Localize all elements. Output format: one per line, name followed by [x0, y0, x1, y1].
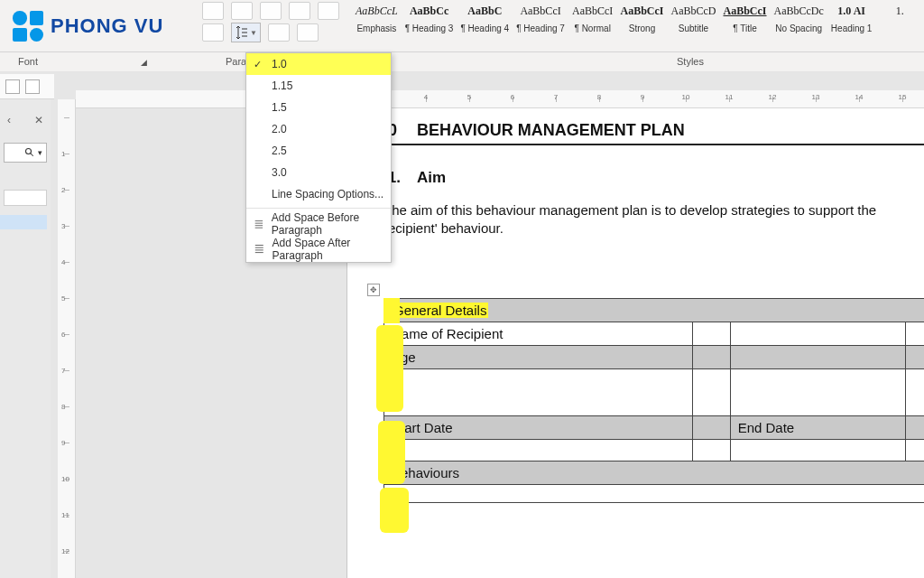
style-gallery-item[interactable]: 1. [875, 0, 924, 51]
line-spacing-option[interactable]: 2.0 [246, 118, 391, 140]
chevron-down-icon[interactable]: ▾ [38, 148, 42, 157]
font-group-label: Font [18, 56, 38, 67]
styles-group-label: Styles [677, 56, 704, 67]
sort-button[interactable] [289, 2, 310, 20]
table-cell[interactable] [905, 345, 924, 368]
table-container: ✥ General Details Name of Recipient Age … [383, 298, 924, 503]
line-spacing-option[interactable]: 1.15 [246, 75, 391, 97]
style-sample: AaBbCcI [620, 2, 663, 20]
details-table: General Details Name of Recipient Age St… [383, 298, 924, 503]
style-gallery-item[interactable]: AaBbCcIStrong [616, 0, 667, 51]
nav-back-icon[interactable]: ‹ [7, 114, 11, 126]
style-name: ¶ Title [724, 20, 767, 36]
ribbon-labels: Font ◢ Para Styles [0, 52, 924, 72]
heading-rule [383, 144, 924, 145]
add-space-after-label: Add Space After Paragraph [273, 237, 391, 262]
bullets-button[interactable] [202, 2, 224, 20]
line-spacing-menu: 1.01.151.52.02.53.0 Line Spacing Options… [245, 52, 392, 263]
styles-gallery[interactable]: AaBbCcLEmphasisAaBbCc¶ Heading 3AaBbC¶ H… [352, 0, 924, 51]
style-sample: AaBbCcL [356, 2, 398, 20]
align-button[interactable] [202, 23, 224, 42]
line-spacing-option[interactable]: 1.5 [246, 97, 391, 118]
style-sample: AaBbCc [405, 2, 454, 20]
table-cell[interactable] [730, 345, 905, 368]
decrease-indent-button[interactable] [231, 2, 253, 20]
line-spacing-option[interactable]: 1.0 [246, 53, 391, 75]
font-dialog-launcher-icon[interactable]: ◢ [141, 58, 147, 67]
highlight [380, 488, 409, 533]
space-after-icon [254, 243, 265, 256]
style-gallery-item[interactable]: AaBbCcI¶ Heading 7 [513, 0, 568, 51]
paragraph-group-label: Para [226, 56, 246, 67]
style-gallery-item[interactable]: AaBbCc¶ Heading 3 [402, 0, 457, 51]
shading-button[interactable] [268, 23, 290, 42]
style-gallery-item[interactable]: 1.0 AIHeading 1 [827, 0, 876, 51]
style-name: Heading 1 [831, 20, 873, 36]
logo-icon [13, 11, 43, 42]
nav-selected-heading[interactable] [0, 215, 47, 229]
table-cell[interactable] [730, 322, 905, 345]
ribbon: PHONG VU ▼ AaBbCcLEmphasisAaBbCc¶ Headin… [0, 0, 924, 52]
increase-indent-button[interactable] [260, 2, 282, 20]
style-name [879, 20, 920, 36]
new-doc-icon[interactable] [5, 79, 20, 94]
table-cell[interactable]: End Date [730, 415, 905, 439]
add-space-before-item[interactable]: Add Space Before Paragraph [246, 211, 391, 237]
line-spacing-options-item[interactable]: Line Spacing Options... [246, 183, 391, 205]
table-cell[interactable] [384, 368, 693, 415]
nav-tab[interactable] [4, 190, 47, 206]
line-spacing-option[interactable]: 3.0 [246, 162, 391, 183]
style-gallery-item[interactable]: AaBbCcLEmphasis [352, 0, 402, 51]
table-cell[interactable]: Name of Recipient [384, 322, 693, 345]
line-spacing-button[interactable]: ▼ [231, 23, 261, 42]
table-cell[interactable] [693, 415, 730, 439]
highlight [383, 298, 400, 323]
style-gallery-item[interactable]: AaBbCcI¶ Normal [568, 0, 617, 51]
table-cell[interactable] [905, 322, 924, 345]
style-name: Strong [620, 20, 663, 36]
table-cell[interactable]: Start Date [384, 415, 693, 439]
logo-text: PHONG VU [51, 14, 163, 38]
style-sample: 1. [879, 2, 920, 20]
logo: PHONG VU [0, 0, 199, 52]
style-gallery-item[interactable]: AaBbC¶ Heading 4 [457, 0, 513, 51]
vertical-ruler: 12345678910111213 [58, 99, 76, 578]
style-gallery-item[interactable]: AaBbCcDSubtitle [668, 0, 720, 51]
table-cell[interactable] [693, 368, 730, 415]
show-marks-button[interactable] [318, 2, 339, 20]
table-cell[interactable] [905, 415, 924, 439]
style-sample: 1.0 AI [831, 2, 873, 20]
table-cell[interactable] [384, 484, 925, 502]
style-gallery-item[interactable]: AaBbCcI¶ Title [720, 0, 771, 51]
style-name: ¶ Normal [572, 20, 614, 36]
heading-2: .1. Aim [383, 169, 924, 187]
add-space-after-item[interactable]: Add Space After Paragraph [246, 237, 391, 262]
table-cell[interactable] [730, 368, 905, 415]
document-page: .0 BEHAVIOUR MANAGEMENT PLAN .1. Aim The… [346, 108, 924, 578]
style-name: Subtitle [671, 20, 716, 36]
table-cell[interactable] [693, 439, 730, 461]
table-header: General Details [384, 298, 925, 322]
style-gallery-item[interactable]: AaBbCcDcNo Spacing [771, 0, 827, 51]
table-cell[interactable] [693, 322, 730, 345]
navigation-pane: ‹ ✕ ▾ [0, 99, 51, 578]
heading-1-text: BEHAVIOUR MANAGEMENT PLAN [417, 121, 685, 140]
add-space-before-label: Add Space Before Paragraph [272, 211, 391, 237]
line-spacing-option[interactable]: 2.5 [246, 140, 391, 162]
table-cell[interactable] [905, 439, 924, 461]
chevron-down-icon: ▼ [250, 29, 257, 37]
style-sample: AaBbCcI [572, 2, 614, 20]
table-cell[interactable] [730, 439, 905, 461]
table-cell[interactable]: Behaviours [384, 461, 925, 484]
table-cell[interactable]: Age [384, 345, 693, 368]
style-sample: AaBbCcDc [774, 2, 824, 20]
table-cell[interactable] [693, 345, 730, 368]
close-icon[interactable]: ✕ [34, 114, 43, 126]
table-cell[interactable] [384, 439, 693, 461]
highlight [378, 421, 405, 484]
copy-icon[interactable] [25, 79, 40, 94]
table-move-handle-icon[interactable]: ✥ [367, 284, 380, 296]
table-cell[interactable] [905, 368, 924, 415]
borders-button[interactable] [297, 23, 319, 42]
search-input[interactable]: ▾ [4, 143, 47, 163]
